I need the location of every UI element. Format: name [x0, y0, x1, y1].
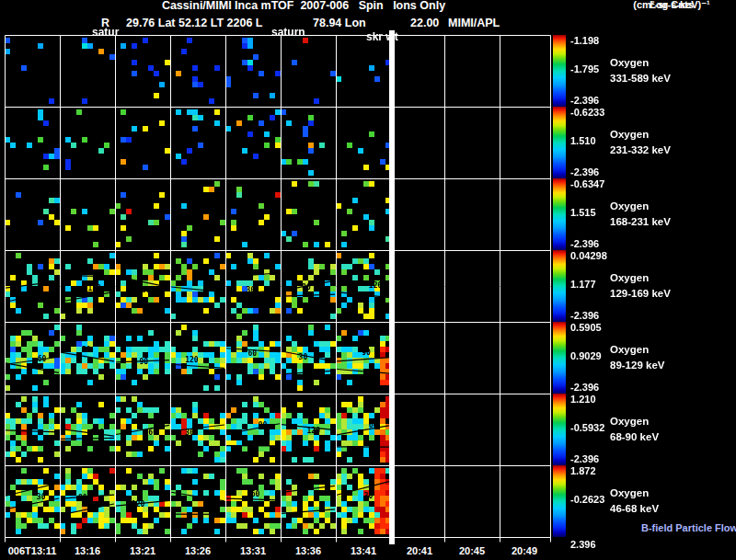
row2-band: 231-332 keV	[610, 144, 671, 155]
colorbar-row-6	[553, 394, 566, 465]
colorbar-row-4	[553, 250, 566, 322]
cbar5-top: 0.5905	[570, 323, 602, 334]
cbar3-bot: -2.396	[570, 239, 599, 250]
cbar7-top: 1.872	[570, 466, 596, 477]
colorbar-row-1	[553, 35, 566, 107]
row6-species: Oxygen	[610, 416, 649, 427]
colorbar-row-5	[553, 322, 566, 394]
row1-band: 331-589 keV	[610, 73, 671, 84]
row3-band: 168-231 keV	[610, 216, 671, 227]
annotation-satur: satur	[92, 27, 119, 39]
cbar6-top: 1.210	[570, 394, 596, 406]
cbar1-top: -1.198	[570, 36, 599, 47]
cbar1-bot: -2.396	[570, 96, 599, 107]
cbar2-top: -0.6233	[570, 108, 604, 119]
cbar7-mid: -0.2623	[570, 495, 604, 506]
cbar3-top: -0.6347	[570, 179, 604, 190]
cbar2-mid: 1.510	[570, 136, 596, 147]
row7-band: 46-68 keV	[610, 503, 659, 514]
annotation-saturn: saturn	[271, 27, 305, 39]
row4-band: 129-169 keV	[610, 288, 671, 299]
row2-species: Oxygen	[610, 129, 649, 140]
cbar5-bot: -2.396	[570, 383, 599, 394]
row6-band: 68-90 keV	[610, 431, 659, 442]
annotation-skr-wt: skr wt	[366, 31, 398, 43]
colorbar-row-3	[553, 178, 566, 250]
colorbar-row-7	[553, 465, 566, 537]
cbar4-mid: 1.177	[570, 280, 596, 291]
cbar5-mid: 0.9029	[570, 351, 602, 362]
row5-species: Oxygen	[610, 344, 649, 355]
row5-band: 89-129 keV	[610, 360, 664, 371]
row3-species: Oxygen	[610, 200, 649, 211]
cbar4-top: 0.04298	[570, 251, 607, 262]
cbar4-bot: -2.396	[570, 311, 599, 322]
cbar6-bot: -2.396	[570, 454, 599, 465]
inca-spectrogram-screen: Cassini/MIMI Inca mTOF 2007-006 Spin Ion…	[0, 0, 736, 560]
cbar7-bot: 2.396	[570, 540, 596, 551]
row4-species: Oxygen	[610, 272, 649, 283]
cbar3-mid: 1.515	[570, 208, 596, 219]
cbar1-mid: -1.795	[570, 64, 599, 75]
colorbar-row-2	[553, 107, 566, 178]
row7-species: Oxygen	[610, 487, 649, 498]
cbar2-bot: -2.396	[570, 167, 599, 178]
row1-species: Oxygen	[610, 57, 649, 68]
cbar6-mid: -0.5932	[570, 423, 604, 434]
